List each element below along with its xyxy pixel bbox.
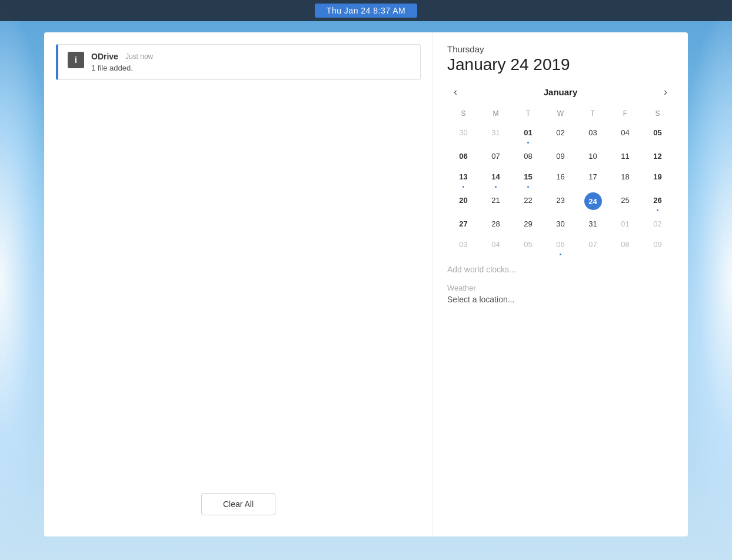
next-month-button[interactable]: › [657, 84, 674, 100]
calendar-day[interactable]: 30 [556, 216, 564, 232]
calendar-cell[interactable]: 08 [512, 146, 544, 166]
calendar-cell[interactable]: 08 [609, 234, 641, 258]
calendar-cell[interactable]: 31 [577, 214, 609, 234]
calendar-day[interactable]: 08 [621, 236, 629, 252]
calendar-cell[interactable]: 11 [609, 146, 641, 166]
calendar-cell[interactable]: 04 [609, 122, 641, 146]
calendar-day[interactable]: 03 [588, 125, 597, 141]
calendar-cell[interactable]: 26 [641, 190, 674, 214]
calendar-cell[interactable]: 24 [577, 190, 609, 214]
calendar-cell[interactable]: 14 [480, 166, 512, 190]
calendar-day[interactable]: 06 [459, 148, 467, 164]
calendar-cell[interactable]: 17 [577, 166, 609, 190]
calendar-cell[interactable]: 06 [544, 234, 577, 258]
calendar-day[interactable]: 27 [459, 216, 467, 232]
calendar-day[interactable]: 06 [556, 236, 564, 252]
calendar-day[interactable]: 21 [491, 192, 500, 208]
calendar-day[interactable]: 22 [524, 192, 532, 208]
calendar-day[interactable]: 05 [524, 236, 532, 252]
calendar-day[interactable]: 07 [588, 236, 597, 252]
calendar-cell[interactable]: 21 [480, 190, 512, 214]
calendar-event-dot [527, 186, 529, 188]
calendar-cell[interactable]: 12 [641, 146, 674, 166]
calendar-cell[interactable]: 18 [609, 166, 641, 190]
notification-item: i ODrive Just now 1 file added. [56, 44, 421, 80]
calendar-day[interactable]: 31 [588, 216, 597, 232]
calendar-cell[interactable]: 05 [641, 122, 674, 146]
calendar-day[interactable]: 30 [459, 125, 467, 141]
calendar-day-header: T [577, 107, 609, 122]
datetime-display: Thu Jan 24 8:37 AM [315, 4, 417, 18]
calendar-day[interactable]: 29 [524, 216, 532, 232]
calendar-day[interactable]: 14 [491, 169, 500, 185]
calendar-cell[interactable]: 02 [544, 122, 577, 146]
calendar-cell[interactable]: 27 [447, 214, 480, 234]
calendar-cell[interactable]: 10 [577, 146, 609, 166]
calendar-day[interactable]: 09 [653, 236, 661, 252]
notification-time: Just now [125, 52, 153, 61]
calendar-cell[interactable]: 09 [641, 234, 674, 258]
clear-all-button[interactable]: Clear All [201, 493, 275, 515]
top-bar: Thu Jan 24 8:37 AM [0, 0, 732, 21]
calendar-day[interactable]: 13 [459, 169, 467, 185]
calendar-day[interactable]: 05 [653, 125, 661, 141]
notification-icon-letter: i [75, 55, 77, 65]
calendar-cell[interactable]: 09 [544, 146, 577, 166]
add-world-clocks[interactable]: Add world clocks... [447, 265, 674, 274]
calendar-cell[interactable]: 01 [512, 122, 544, 146]
prev-month-button[interactable]: ‹ [447, 84, 464, 100]
calendar-day[interactable]: 12 [653, 148, 661, 164]
calendar-cell[interactable]: 05 [512, 234, 544, 258]
calendar-day[interactable]: 01 [524, 125, 532, 141]
calendar-day[interactable]: 08 [524, 148, 532, 164]
calendar-day[interactable]: 10 [588, 148, 597, 164]
calendar-day[interactable]: 19 [653, 169, 661, 185]
calendar-day[interactable]: 17 [588, 169, 597, 185]
calendar-cell[interactable]: 01 [609, 214, 641, 234]
calendar-cell[interactable]: 28 [480, 214, 512, 234]
calendar-day[interactable]: 26 [653, 192, 661, 208]
calendar-day-header: M [480, 107, 512, 122]
calendar-day[interactable]: 02 [653, 216, 661, 232]
calendar-day[interactable]: 02 [556, 125, 564, 141]
calendar-cell[interactable]: 07 [480, 146, 512, 166]
calendar-cell[interactable]: 04 [480, 234, 512, 258]
calendar-cell[interactable]: 20 [447, 190, 480, 214]
calendar-cell[interactable]: 07 [577, 234, 609, 258]
calendar-cell[interactable]: 22 [512, 190, 544, 214]
calendar-day[interactable]: 31 [491, 125, 500, 141]
calendar-cell[interactable]: 03 [447, 234, 480, 258]
calendar-cell[interactable]: 25 [609, 190, 641, 214]
calendar-cell[interactable]: 16 [544, 166, 577, 190]
calendar-cell[interactable]: 15 [512, 166, 544, 190]
calendar-day[interactable]: 04 [491, 236, 500, 252]
calendar-cell[interactable]: 30 [544, 214, 577, 234]
calendar-cell[interactable]: 19 [641, 166, 674, 190]
calendar-day[interactable]: 20 [459, 192, 467, 208]
calendar-full-date: January 24 2019 [447, 55, 674, 74]
calendar-day[interactable]: 15 [524, 169, 532, 185]
calendar-day[interactable]: 07 [491, 148, 500, 164]
calendar-day[interactable]: 18 [621, 169, 629, 185]
calendar-day[interactable]: 01 [621, 216, 629, 232]
calendar-day-header: T [512, 107, 544, 122]
calendar-cell[interactable]: 03 [577, 122, 609, 146]
calendar-cell[interactable]: 23 [544, 190, 577, 214]
calendar-cell[interactable]: 29 [512, 214, 544, 234]
calendar-day[interactable]: 16 [556, 169, 564, 185]
calendar-cell[interactable]: 02 [641, 214, 674, 234]
calendar-today[interactable]: 24 [584, 192, 602, 210]
calendar-day[interactable]: 28 [491, 216, 500, 232]
calendar-day[interactable]: 25 [621, 192, 629, 208]
calendar-day[interactable]: 11 [621, 148, 629, 164]
calendar-cell[interactable]: 31 [480, 122, 512, 146]
calendar-day[interactable]: 09 [556, 148, 564, 164]
calendar-day[interactable]: 03 [459, 236, 467, 252]
weather-location-select[interactable]: Select a location... [447, 295, 674, 304]
calendar-day[interactable]: 04 [621, 125, 629, 141]
calendar-cell[interactable]: 30 [447, 122, 480, 146]
calendar-cell[interactable]: 13 [447, 166, 480, 190]
weather-label: Weather [447, 284, 674, 292]
calendar-day[interactable]: 23 [556, 192, 564, 208]
calendar-cell[interactable]: 06 [447, 146, 480, 166]
